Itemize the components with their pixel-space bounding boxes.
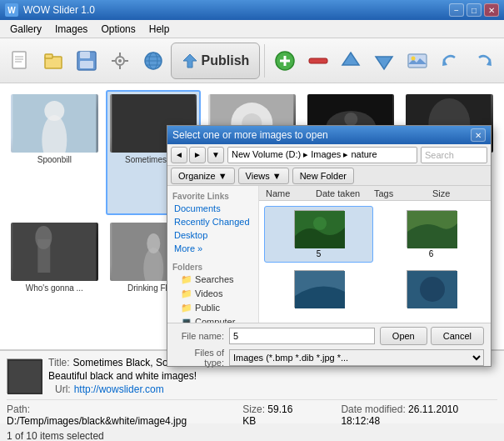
- sidebar-computer[interactable]: 💻 Computer: [167, 315, 258, 323]
- dialog-nav-buttons: ◄ ► ▼: [171, 147, 224, 163]
- new-button[interactable]: [5, 43, 37, 79]
- sidebar-recently-changed[interactable]: Recently Changed: [167, 215, 258, 228]
- new-icon: [10, 50, 32, 72]
- sidebar-videos[interactable]: 📁 Videos: [167, 287, 258, 301]
- dialog-title-text: Select one or more images to open: [172, 129, 328, 141]
- dialog-close-button[interactable]: ✕: [471, 128, 486, 142]
- dialog-sidebar: Favorite Links Documents Recently Change…: [167, 186, 259, 323]
- dialog-path-text: New Volume (D:) ▸ Images ▸ nature: [232, 149, 377, 160]
- col-name[interactable]: Name: [262, 188, 312, 198]
- dialog-path-bar[interactable]: New Volume (D:) ▸ Images ▸ nature: [227, 147, 417, 163]
- open-icon: [43, 50, 65, 72]
- col-tags[interactable]: Tags: [371, 188, 429, 198]
- settings-icon: [109, 50, 131, 72]
- globe-icon: [142, 50, 164, 72]
- sidebar-searches[interactable]: 📁 Searches: [167, 273, 258, 287]
- remove-button[interactable]: [302, 43, 334, 79]
- sidebar-desktop[interactable]: Desktop: [167, 228, 258, 242]
- views-button[interactable]: Views ▼: [238, 168, 289, 184]
- dialog-column-headers: Name Date taken Tags Size: [259, 186, 491, 201]
- filetype-select[interactable]: Images (*.bmp *.dib *.jpg *...: [229, 349, 484, 366]
- dialog-main-area: Name Date taken Tags Size: [259, 186, 491, 323]
- svg-point-10: [118, 59, 122, 63]
- thumbnail-whos: [11, 223, 98, 281]
- open-button[interactable]: [38, 43, 70, 79]
- undo-button[interactable]: [435, 43, 467, 79]
- svg-point-41: [344, 113, 357, 126]
- views-label: Views ▼: [246, 171, 282, 181]
- dialog-footer: File name: Open Cancel Files of type: Im…: [167, 323, 491, 366]
- sidebar-documents[interactable]: Documents: [167, 202, 258, 215]
- cancel-button[interactable]: Cancel: [431, 327, 484, 345]
- add-icon: [274, 50, 296, 72]
- main-content: Spoonbill Sometimes B... Black and W...: [0, 83, 504, 350]
- title-label: Title:: [48, 357, 70, 368]
- file-name-6: 6: [429, 249, 434, 258]
- status-url-row: Url: http://wowslider.com: [48, 383, 497, 396]
- title-bar-left: W WOW Slider 1.0: [5, 3, 95, 17]
- publish-arrow-icon: [182, 53, 198, 69]
- edit-image-button[interactable]: [402, 43, 433, 79]
- close-button[interactable]: ✕: [484, 3, 499, 17]
- edit-image-icon: [407, 50, 428, 72]
- dialog-search-placeholder: Search: [425, 150, 454, 160]
- svg-rect-27: [408, 54, 427, 68]
- col-date-taken[interactable]: Date taken: [312, 188, 371, 198]
- svg-rect-24: [309, 58, 327, 63]
- undo-icon: [440, 50, 462, 72]
- item-count: 1 of 10 items selected: [7, 428, 497, 441]
- svg-marker-20: [183, 54, 197, 68]
- grid-item-whos[interactable]: Who's gonna ...: [7, 218, 102, 343]
- dialog-file-8[interactable]: [377, 266, 486, 313]
- filetype-label: Files of type:: [174, 348, 224, 368]
- move-down-button[interactable]: [368, 43, 400, 79]
- publish-globe-button[interactable]: [137, 43, 169, 79]
- maximize-button[interactable]: □: [467, 3, 482, 17]
- settings-button[interactable]: [104, 43, 136, 79]
- sidebar-more[interactable]: More »: [167, 242, 258, 255]
- move-up-button[interactable]: [336, 43, 367, 79]
- dialog-file-7[interactable]: [264, 266, 373, 313]
- menu-images[interactable]: Images: [48, 22, 94, 37]
- redo-button[interactable]: [467, 43, 499, 79]
- new-folder-button[interactable]: New Folder: [292, 168, 354, 184]
- forward-button[interactable]: ►: [189, 147, 206, 163]
- sidebar-public[interactable]: 📁 Public: [167, 301, 258, 315]
- menu-options[interactable]: Options: [94, 22, 142, 37]
- dialog-search-box[interactable]: Search: [421, 147, 487, 163]
- down-icon: [373, 50, 395, 72]
- thumbnail-spoonbill: [11, 94, 98, 153]
- add-button[interactable]: [269, 43, 301, 79]
- dialog-filetype-row: Files of type: Images (*.bmp *.dib *.jpg…: [174, 348, 484, 368]
- dialog-action-buttons: Open Cancel: [380, 327, 484, 345]
- title-bar: W WOW Slider 1.0 − □ ✕: [0, 0, 504, 20]
- dialog-file-5[interactable]: 5: [264, 206, 373, 263]
- open-button[interactable]: Open: [380, 327, 427, 345]
- dialog-file-6[interactable]: 6: [377, 206, 486, 263]
- status-desc-row: Beautiful black and white images!: [48, 369, 497, 383]
- recent-button[interactable]: ▼: [207, 147, 224, 163]
- size-label: Size:: [242, 403, 265, 415]
- status-bottom: Path: D:/Temp/images/black&white/image4.…: [7, 399, 497, 427]
- grid-item-spoonbill[interactable]: Spoonbill: [7, 90, 102, 215]
- menu-help[interactable]: Help: [142, 22, 177, 37]
- col-size[interactable]: Size: [429, 188, 487, 198]
- file-open-dialog: Select one or more images to open ✕ ◄ ► …: [167, 125, 492, 367]
- url-value: http://wowslider.com: [74, 383, 164, 395]
- description-value: Beautiful black and white images!: [48, 370, 197, 382]
- filename-input[interactable]: [229, 328, 375, 344]
- status-path: Path: D:/Temp/images/black&white/image4.…: [7, 403, 209, 427]
- publish-button[interactable]: Publish: [171, 43, 261, 79]
- back-button[interactable]: ◄: [171, 147, 187, 163]
- path-value: D:/Temp/images/black&white/image4.jpg: [7, 415, 187, 427]
- organize-button[interactable]: Organize ▼: [171, 168, 235, 184]
- save-button[interactable]: [71, 43, 102, 79]
- minimize-button[interactable]: −: [449, 3, 464, 17]
- dialog-body: Favorite Links Documents Recently Change…: [167, 186, 491, 323]
- status-date: Date modified: 26.11.2010 18:12:48: [341, 403, 497, 427]
- svg-rect-5: [45, 54, 52, 58]
- dialog-title-bar: Select one or more images to open ✕: [167, 126, 491, 144]
- menu-gallery[interactable]: Gallery: [3, 22, 48, 37]
- dialog-toolbar: ◄ ► ▼ New Volume (D:) ▸ Images ▸ nature …: [167, 144, 491, 166]
- svg-point-28: [411, 56, 415, 60]
